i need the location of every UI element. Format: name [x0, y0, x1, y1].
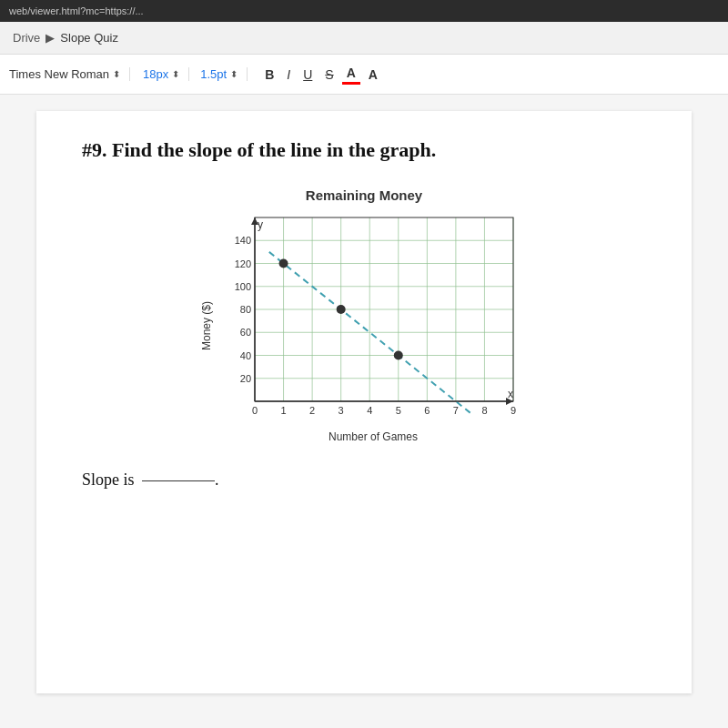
font-dropdown-arrow-icon: ⬍ — [113, 69, 120, 79]
chart-canvas — [218, 208, 528, 427]
graph-container: Money ($) Number of Games — [200, 208, 528, 443]
breadcrumb-drive[interactable]: Drive — [13, 31, 40, 45]
font-selector[interactable]: Times New Roman ⬍ — [9, 67, 130, 81]
format-buttons: B I U S A A — [260, 64, 382, 85]
spacing-selector[interactable]: 1.5pt ⬍ — [197, 67, 248, 81]
spacing-value: 1.5pt — [200, 67, 227, 81]
font-size-arrow-icon: ⬍ — [172, 69, 179, 79]
highlight-color-button[interactable]: A — [364, 66, 382, 84]
breadcrumb: Drive ▶ Slope Quiz — [0, 22, 728, 55]
slope-answer-section: Slope is . — [82, 470, 646, 490]
y-axis-label: Money ($) — [200, 235, 213, 417]
content-area: #9. Find the slope of the line in the gr… — [36, 111, 692, 693]
breadcrumb-title: Slope Quiz — [60, 31, 118, 45]
top-bar-text: web/viewer.html?mc=https://... — [9, 5, 144, 16]
toolbar: Times New Roman ⬍ 18px ⬍ 1.5pt ⬍ B I U S… — [0, 55, 728, 95]
font-color-button[interactable]: A — [342, 64, 360, 85]
graph-inner: Number of Games — [218, 208, 528, 443]
strikethrough-button[interactable]: S — [320, 66, 338, 84]
font-size-value: 18px — [143, 67, 168, 81]
question-title: #9. Find the slope of the line in the gr… — [82, 138, 646, 162]
question-number: #9. — [82, 138, 107, 161]
underline-button[interactable]: U — [298, 66, 317, 84]
font-name: Times New Roman — [9, 67, 109, 81]
breadcrumb-arrow-icon: ▶ — [46, 31, 55, 45]
slope-label: Slope is — [82, 470, 135, 489]
slope-blank-line — [142, 480, 215, 481]
graph-title: Remaining Money — [306, 187, 422, 203]
top-bar: web/viewer.html?mc=https://... — [0, 0, 728, 22]
x-axis-label: Number of Games — [218, 430, 528, 443]
font-size-selector[interactable]: 18px ⬍ — [137, 67, 189, 81]
bold-button[interactable]: B — [260, 66, 278, 84]
graph-section: Remaining Money Money ($) Number of Game… — [82, 187, 646, 443]
italic-button[interactable]: I — [282, 66, 295, 84]
spacing-arrow-icon: ⬍ — [230, 69, 238, 79]
